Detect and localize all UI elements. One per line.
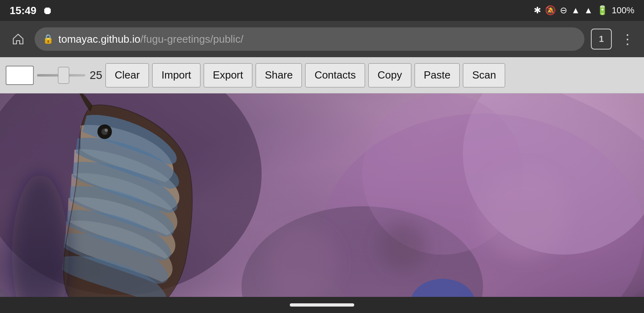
import-button[interactable]: Import — [152, 63, 200, 87]
copy-button[interactable]: Copy — [368, 63, 411, 87]
home-button[interactable] — [8, 29, 28, 49]
slider-value: 25 — [88, 69, 102, 82]
nav-bar — [0, 297, 644, 313]
status-bar-left: 15:49 ⏺ — [10, 4, 53, 17]
signal-icon: ▲ — [584, 5, 593, 16]
paste-button[interactable]: Paste — [415, 63, 460, 87]
clear-button[interactable]: Clear — [105, 63, 149, 87]
more-menu-button[interactable]: ⋮ — [618, 31, 636, 47]
lock-icon: 🔒 — [43, 34, 54, 44]
tab-count-button[interactable]: 1 — [591, 29, 612, 50]
background-image — [0, 93, 644, 313]
svg-point-12 — [105, 129, 108, 132]
bluetooth-icon: ✱ — [534, 5, 541, 16]
scan-button[interactable]: Scan — [463, 63, 505, 87]
notifications-muted-icon: 🔕 — [545, 5, 556, 16]
canvas-area[interactable] — [0, 93, 644, 313]
address-path: /fugu-greetings/public/ — [140, 33, 244, 45]
status-app-icon: ⏺ — [42, 4, 53, 17]
battery-percent: 100% — [612, 5, 634, 16]
svg-point-7 — [378, 222, 427, 271]
color-swatch[interactable] — [6, 66, 34, 85]
status-bar-right: ✱ 🔕 ⊖ ▲ ▲ 🔋 100% — [534, 5, 634, 16]
address-pill[interactable]: 🔒 tomayac.github.io/fugu-greetings/publi… — [35, 27, 584, 51]
slider-container: 25 — [37, 69, 102, 82]
dnd-icon: ⊖ — [560, 5, 567, 16]
slider-thumb[interactable] — [58, 67, 69, 84]
address-text: tomayac.github.io/fugu-greetings/public/ — [58, 33, 244, 46]
status-bar: 15:49 ⏺ ✱ 🔕 ⊖ ▲ ▲ 🔋 100% — [0, 0, 644, 21]
address-domain: tomayac.github.io — [58, 33, 140, 45]
nav-pill — [290, 303, 354, 307]
battery-icon: 🔋 — [597, 5, 608, 16]
svg-point-6 — [266, 226, 338, 299]
toolbar: 25 Clear Import Export Share Contacts Co… — [0, 57, 644, 93]
home-icon — [12, 33, 24, 45]
address-bar-row: 🔒 tomayac.github.io/fugu-greetings/publi… — [0, 21, 644, 57]
fish-illustration — [0, 93, 644, 313]
share-button[interactable]: Share — [256, 63, 302, 87]
svg-point-8 — [479, 170, 568, 259]
contacts-button[interactable]: Contacts — [305, 63, 365, 87]
tab-count: 1 — [599, 34, 604, 44]
export-button[interactable]: Export — [204, 63, 252, 87]
slider-track — [37, 74, 85, 77]
wifi-icon: ▲ — [571, 5, 580, 16]
status-time: 15:49 — [10, 4, 37, 17]
